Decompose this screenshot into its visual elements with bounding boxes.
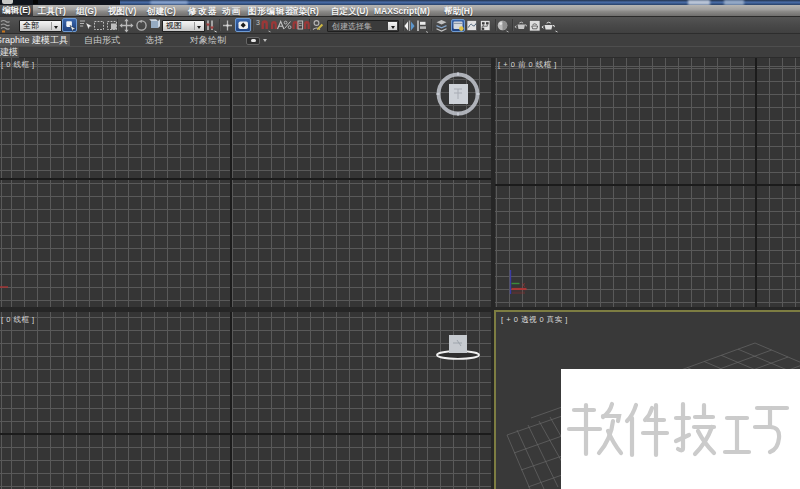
svg-text:x: x (522, 281, 526, 288)
svg-text:3: 3 (256, 19, 260, 26)
